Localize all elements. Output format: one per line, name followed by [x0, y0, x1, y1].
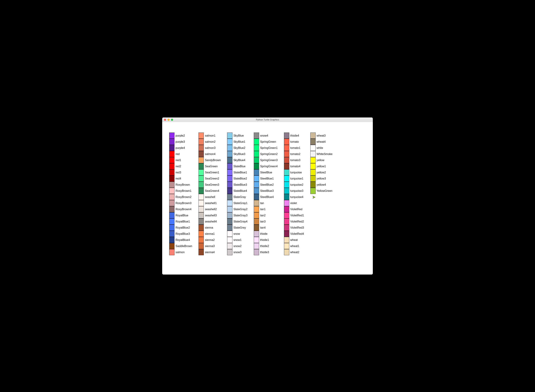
color-label: tan3: [260, 220, 266, 223]
color-swatch-row: tan1: [254, 206, 278, 212]
color-label: VioletRed4: [290, 232, 304, 235]
color-swatch-row: SeaGreen: [199, 163, 221, 169]
color-swatch-row: RoyalBlue: [169, 212, 192, 219]
color-label: thistle: [260, 232, 268, 235]
color-swatch-row: snow2: [227, 243, 248, 249]
color-label: salmon2: [205, 140, 215, 143]
color-swatch-row: seashell2: [199, 206, 221, 212]
color-label: SeaGreen3: [205, 183, 219, 186]
color-label: yellow: [317, 159, 324, 162]
color-swatch: [227, 200, 232, 206]
color-label: turquoise4: [290, 196, 303, 199]
color-label: sienna3: [205, 245, 215, 248]
color-label: seashell: [205, 196, 215, 199]
zoom-button[interactable]: [171, 119, 173, 121]
color-swatch: [254, 243, 259, 249]
color-label: RoyalBlue4: [176, 238, 190, 242]
color-label: VioletRed: [290, 208, 302, 211]
color-swatch: [284, 151, 289, 157]
color-label: thistle1: [260, 238, 269, 242]
color-label: snow: [234, 232, 240, 235]
color-label: SlateBlue3: [234, 183, 247, 186]
color-swatch: [169, 243, 174, 249]
color-swatch-row: violet: [284, 200, 304, 206]
close-button[interactable]: [164, 119, 166, 121]
color-swatch-row: SlateBlue2: [227, 176, 248, 182]
color-swatch-row: SeaGreen2: [199, 176, 221, 182]
color-label: turquoise: [290, 171, 302, 174]
color-label: salmon3: [205, 146, 215, 149]
color-label: SkyBlue1: [234, 140, 245, 143]
color-swatch: [199, 176, 204, 182]
canvas-frame: purple2purple3purple4redred1red2red3red4…: [162, 122, 373, 275]
color-swatch-row: tan3: [254, 219, 278, 224]
color-swatch-row: white: [310, 145, 333, 151]
color-swatch: [199, 243, 204, 249]
color-swatch: [199, 182, 204, 188]
color-label: SpringGreen3: [260, 159, 278, 162]
color-swatch-row: RoyalBlue3: [169, 231, 192, 237]
color-swatch-row: SlateGray4: [227, 219, 248, 224]
color-swatch: [310, 157, 315, 163]
color-swatch-row: seashell1: [199, 200, 221, 206]
minimize-button[interactable]: [167, 119, 170, 121]
color-swatch-row: sienna3: [199, 243, 221, 249]
color-swatch: [169, 182, 174, 188]
color-label: seashell3: [205, 214, 217, 217]
color-label: white: [317, 146, 323, 149]
color-label: SteelBlue3: [260, 189, 274, 192]
color-swatch-row: thistle: [254, 231, 278, 237]
color-swatch-row: RosyBrown1: [169, 188, 192, 194]
color-label: snow2: [234, 245, 242, 248]
color-swatch: [284, 139, 289, 145]
color-swatch: [169, 133, 174, 139]
color-label: salmon: [176, 251, 185, 254]
color-swatch: [310, 151, 315, 157]
color-swatch: [199, 145, 204, 151]
color-swatch-row: SteelBlue1: [254, 176, 278, 182]
titlebar[interactable]: Python Turtle Graphics: [162, 117, 373, 122]
color-swatch: [227, 182, 232, 188]
color-label: SlateGrey: [234, 226, 246, 229]
color-label: SlateBlue4: [234, 189, 247, 192]
color-swatch-row: SlateGray2: [227, 206, 248, 212]
color-swatch-row: sienna: [199, 224, 221, 231]
color-label: SpringGreen4: [260, 165, 278, 168]
color-swatch: [310, 145, 315, 151]
color-label: VioletRed1: [290, 214, 304, 217]
color-column: snow4SpringGreenSpringGreen1SpringGreen2…: [254, 133, 278, 255]
color-swatch-row: salmon2: [199, 139, 221, 145]
color-swatch: [284, 157, 289, 163]
color-swatch-row: SpringGreen: [254, 139, 278, 145]
color-swatch-row: RosyBrown3: [169, 200, 192, 206]
color-label: turquoise3: [290, 189, 303, 192]
color-swatch-row: tomato: [284, 139, 304, 145]
color-swatch-row: SteelBlue3: [254, 188, 278, 194]
color-swatch: [199, 219, 204, 224]
color-swatch: [227, 145, 232, 151]
color-swatch-row: sienna2: [199, 237, 221, 243]
color-swatch-row: wheat: [284, 237, 304, 243]
color-swatch-row: SpringGreen2: [254, 151, 278, 157]
color-swatch: [284, 237, 289, 243]
color-swatch-row: snow: [227, 231, 248, 237]
color-swatch: [284, 145, 289, 151]
color-label: SlateGray: [234, 196, 246, 199]
color-swatch: [254, 139, 259, 145]
color-label: SpringGreen1: [260, 146, 278, 149]
color-label: purple4: [176, 146, 185, 149]
color-swatch-row: SpringGreen1: [254, 145, 278, 151]
color-swatch-row: thistle4: [284, 133, 304, 139]
app-window: Python Turtle Graphics purple2purple3pur…: [162, 117, 373, 275]
color-swatch-row: SkyBlue1: [227, 139, 248, 145]
color-swatch: [254, 237, 259, 243]
color-swatch: [284, 176, 289, 182]
color-swatch: [199, 249, 204, 255]
color-label: SkyBlue3: [234, 153, 245, 156]
color-swatch-row: salmon4: [199, 151, 221, 157]
color-swatch: [284, 243, 289, 249]
color-swatch: [254, 194, 259, 200]
color-swatch: [310, 139, 315, 145]
color-swatch-row: RoyalBlue1: [169, 219, 192, 224]
color-swatch-row: red3: [169, 169, 192, 176]
